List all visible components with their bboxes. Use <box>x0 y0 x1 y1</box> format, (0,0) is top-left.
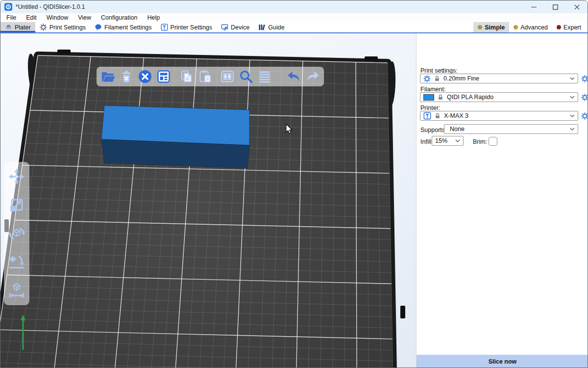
move-gizmo-button[interactable] <box>7 167 26 186</box>
printer-gear-button[interactable] <box>581 112 588 120</box>
variable-layer-height-icon <box>257 69 272 84</box>
gizmo-toolbar <box>4 162 29 305</box>
menu-item-edit[interactable]: Edit <box>21 13 42 22</box>
filament-color-swatch <box>423 94 434 101</box>
plater-icon <box>5 24 12 31</box>
app-window: *Untitled - QIDISlicer-1.0.1 File Edit W… <box>0 0 588 368</box>
open-folder-button[interactable] <box>99 68 116 85</box>
printer-label: Printer: <box>420 105 440 111</box>
menu-item-file[interactable]: File <box>1 13 21 22</box>
close-icon <box>574 4 580 10</box>
minimize-icon <box>531 4 537 10</box>
delete-icon <box>119 69 134 84</box>
paste-button[interactable] <box>196 68 213 85</box>
infill-dropdown[interactable]: 15% <box>432 136 464 146</box>
plater-3d-viewport[interactable] <box>0 33 416 368</box>
arrange-icon <box>156 69 172 84</box>
app-logo-icon <box>4 3 12 11</box>
gear-icon <box>581 94 588 101</box>
mode-expert[interactable]: Expert <box>552 22 586 32</box>
maximize-icon <box>553 4 558 10</box>
chevron-down-icon <box>570 114 575 117</box>
minimize-button[interactable] <box>523 0 544 13</box>
gear-icon <box>581 112 588 120</box>
filament-dropdown[interactable]: QIDI PLA Rapido <box>420 92 578 102</box>
measure-icon <box>8 282 25 299</box>
menu-item-configuration[interactable]: Configuration <box>96 13 142 22</box>
lock-icon <box>434 75 441 82</box>
split-instances-button[interactable] <box>219 68 236 85</box>
menu-item-view[interactable]: View <box>73 13 96 22</box>
supports-label: Supports: <box>420 127 447 133</box>
filament-gear-button[interactable] <box>581 94 588 101</box>
gear-icon <box>40 24 47 31</box>
delete-all-icon <box>137 69 153 84</box>
mode-advanced[interactable]: Advanced <box>509 22 552 32</box>
menu-item-window[interactable]: Window <box>42 13 73 22</box>
slice-now-button[interactable]: Slice now <box>416 355 588 368</box>
copy-button[interactable] <box>178 68 195 85</box>
paste-icon <box>197 69 213 84</box>
settings-sidebar: Print settings: 0.20mm Fine Filament: QI… <box>416 33 588 368</box>
split-instances-icon <box>220 69 235 84</box>
tab-printer-settings[interactable]: Printer Settings <box>156 22 217 32</box>
tab-filament-settings[interactable]: Filament Settings <box>90 22 156 32</box>
close-button[interactable] <box>566 0 588 13</box>
measure-gizmo-button[interactable] <box>7 281 26 300</box>
printer-value: X-MAX 3 <box>444 112 468 119</box>
copy-icon <box>178 69 194 84</box>
tab-guide[interactable]: Guide <box>254 22 289 32</box>
chevron-down-icon <box>455 139 460 142</box>
mode-simple[interactable]: Simple <box>473 22 509 32</box>
move-icon <box>8 168 25 185</box>
tab-plater[interactable]: Plater <box>0 22 35 32</box>
gear-icon <box>423 75 431 82</box>
filament-value: QIDI PLA Rapido <box>447 94 493 101</box>
infill-value: 15% <box>435 137 447 144</box>
search-button[interactable] <box>238 68 254 85</box>
delete-all-button[interactable] <box>137 68 153 85</box>
menu-item-help[interactable]: Help <box>142 13 165 22</box>
printer-icon <box>423 112 431 120</box>
expert-dot-icon <box>557 25 561 29</box>
search-icon <box>238 69 254 84</box>
plater-toolbar <box>97 67 324 86</box>
print-settings-gear-button[interactable] <box>581 75 588 82</box>
open-folder-icon <box>100 69 116 84</box>
brim-label: Brim: <box>473 138 487 145</box>
maximize-button[interactable] <box>544 0 566 13</box>
redo-icon <box>305 69 320 84</box>
tab-print-settings[interactable]: Print Settings <box>35 22 90 32</box>
arrange-button[interactable] <box>155 68 172 85</box>
guide-icon <box>258 24 266 31</box>
undo-button[interactable] <box>286 68 302 85</box>
supports-value: None <box>447 126 465 132</box>
variable-layer-height-button[interactable] <box>256 68 273 85</box>
rotate-gizmo-button[interactable] <box>7 224 26 243</box>
chevron-down-icon <box>570 77 575 80</box>
printer-icon <box>161 24 168 31</box>
tab-bar: Plater Print Settings Filament Settings … <box>0 22 588 33</box>
lock-icon <box>437 94 444 101</box>
lock-icon <box>434 112 441 119</box>
simple-dot-icon <box>478 25 482 29</box>
device-icon <box>221 24 228 31</box>
delete-button[interactable] <box>118 68 135 85</box>
print-profile-value: 0.20mm Fine <box>443 75 479 82</box>
redo-button[interactable] <box>304 68 321 85</box>
tab-device[interactable]: Device <box>217 22 254 32</box>
advanced-dot-icon <box>514 25 518 29</box>
filament-icon <box>95 24 102 31</box>
brim-checkbox[interactable] <box>489 137 497 146</box>
printer-dropdown[interactable]: X-MAX 3 <box>420 111 578 121</box>
place-on-face-gizmo-button[interactable] <box>7 253 26 271</box>
print-settings-dropdown[interactable]: 0.20mm Fine <box>420 74 578 83</box>
filament-label: Filament: <box>420 86 445 93</box>
infill-label: Infill: <box>420 138 433 145</box>
supports-dropdown[interactable]: None <box>444 124 578 134</box>
chevron-down-icon <box>570 128 575 131</box>
scale-icon <box>8 196 25 214</box>
print-settings-label: Print settings: <box>420 67 458 74</box>
undo-icon <box>286 69 302 84</box>
scale-gizmo-button[interactable] <box>7 196 26 214</box>
